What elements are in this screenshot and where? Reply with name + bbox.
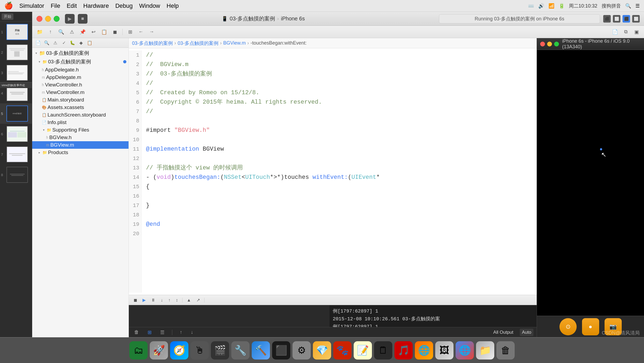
breadcrumb-4[interactable]: -touchesBegan:withEvent: [251, 40, 307, 46]
slide-item-5[interactable]: 5 view的触发 [0, 103, 32, 124]
nav-debug-btn[interactable]: 🐛 [69, 39, 76, 47]
nav-file-btn[interactable]: 📄 [34, 39, 42, 47]
dock-sublime[interactable]: 🗒 [374, 341, 392, 360]
dock-preview[interactable]: 🖼 [435, 341, 453, 360]
view-event-label[interactable]: view的触发事件处 [0, 82, 32, 88]
dock-filemanager[interactable]: 📁 [476, 341, 494, 360]
nav-breakpoint-btn[interactable]: ◆ [77, 39, 85, 47]
dock-prefs[interactable]: ⚙ [292, 341, 311, 360]
dock-chrome[interactable]: 🌐 [456, 341, 474, 360]
slide-item-7[interactable]: 7 [0, 144, 32, 165]
nav-test-btn[interactable]: ✓ [60, 39, 68, 47]
sim-maximize[interactable] [554, 42, 559, 46]
layout-toggle-2[interactable]: ⬜ [613, 15, 620, 23]
code-btn-step-in[interactable]: ↓ [159, 297, 164, 303]
menu-search[interactable]: 🔍 [625, 3, 631, 9]
nav-item-project[interactable]: 📁 03-多点触摸的案例 [32, 57, 129, 66]
menu-debug[interactable]: Debug [115, 2, 133, 9]
dock-browser[interactable]: 🌐 [415, 341, 433, 360]
breadcrumb-2[interactable]: 03-多点触摸的案例 [178, 40, 218, 46]
stop-button[interactable]: ■ [78, 14, 87, 24]
slide-item-2[interactable]: 2 [0, 42, 32, 63]
collapse-btn[interactable]: ↓ [189, 328, 195, 336]
nav-item-appdelegatem[interactable]: m AppDelegate.m [32, 74, 129, 81]
list-view-btn[interactable]: ☰ [158, 328, 167, 336]
toolbar-layout3[interactable]: ▣ [632, 28, 641, 36]
nav-item-launchscreen[interactable]: 📋 LaunchScreen.storyboard [32, 111, 129, 119]
close-button[interactable] [36, 16, 42, 22]
code-btn-share[interactable]: ↗ [195, 297, 202, 303]
dock-launchpad[interactable]: 🚀 [150, 341, 168, 360]
apple-menu[interactable]: 🍎 [4, 2, 13, 10]
dock-sketch[interactable]: 💎 [313, 341, 331, 360]
output-filter[interactable]: All Output [491, 329, 515, 336]
nav-item-bgviewh[interactable]: h BGView.h [32, 134, 129, 141]
toolbar-clipboard[interactable]: 📋 [100, 28, 108, 36]
menu-help[interactable]: Help [167, 2, 179, 9]
nav-item-mainstoryboard[interactable]: 📋 Main.storyboard [32, 96, 129, 104]
layout-toggle-1[interactable]: ⬛ [603, 15, 611, 23]
menu-ime[interactable]: 搜狗拼音 [602, 3, 621, 9]
code-btn-step-over[interactable]: ↕ [174, 297, 180, 303]
breadcrumb-3[interactable]: BGView.m [223, 40, 246, 46]
nav-item-viewcontrollerh[interactable]: h ViewController.h [32, 81, 129, 89]
nav-item-root[interactable]: 📁 03-多点触摸的案例 [32, 49, 129, 57]
slide-item-6[interactable]: 6 [0, 124, 32, 144]
maximize-button[interactable] [54, 16, 60, 22]
nav-prev[interactable]: ← [137, 28, 145, 36]
sim-record-button[interactable]: ● [582, 318, 599, 335]
code-btn-toggle[interactable]: ▲ [185, 297, 193, 303]
dock-video[interactable]: 🎬 [211, 341, 229, 360]
slide-item-3[interactable]: 3 [0, 63, 32, 83]
resize-handle[interactable] [642, 38, 644, 337]
nav-search-btn[interactable]: 🔍 [43, 39, 50, 47]
dock-safari[interactable]: 🧭 [170, 341, 188, 360]
slide-item-8[interactable]: 8 [0, 165, 32, 185]
toolbar-pin[interactable]: 📌 [78, 28, 87, 36]
nav-log-btn[interactable]: 📋 [86, 39, 93, 47]
nav-item-assets[interactable]: 🎨 Assets.xcassets [32, 104, 129, 111]
toolbar-layout1[interactable]: 📄 [611, 28, 619, 36]
toolbar-folder[interactable]: 📁 [35, 28, 44, 36]
dock-mouse[interactable]: 🖱 [191, 341, 209, 360]
sim-minimize[interactable] [547, 42, 552, 46]
slide-item-1[interactable]: 1 开始 布局 [0, 22, 32, 42]
trash-btn[interactable]: 🗑 [132, 328, 141, 336]
menu-wifi[interactable]: 📶 [548, 3, 554, 9]
menu-file[interactable]: File [51, 2, 60, 9]
sim-close[interactable] [540, 42, 545, 46]
dock-terminal[interactable]: ⬛ [272, 341, 290, 360]
expand-btn[interactable]: ↑ [178, 328, 184, 336]
minimize-button[interactable] [45, 16, 51, 22]
nav-item-bgviewm[interactable]: m BGView.m [32, 141, 129, 149]
menu-edit[interactable]: Edit [67, 2, 77, 9]
toolbar-up[interactable]: ↑ [46, 28, 55, 36]
dock-tools[interactable]: 🔧 [231, 341, 250, 360]
code-btn-pause[interactable]: ⏸ [149, 297, 157, 303]
menu-hardware[interactable]: Hardware [83, 2, 109, 9]
code-lines[interactable]: // // BGView.m // 03-多点触摸的案例 // // Creat… [142, 50, 537, 293]
toolbar-stop[interactable]: ◼ [111, 28, 119, 36]
code-content[interactable]: 1 2 3 4 5 6 7 8 9 10 11 12 13 14 15 16 1 [129, 48, 537, 295]
breadcrumb-1[interactable]: 03-多点触摸的案例 [132, 40, 173, 46]
run-button[interactable]: ▶ [65, 14, 75, 24]
nav-item-products[interactable]: 📁 Products [32, 149, 129, 156]
nav-item-infoplist[interactable]: 📄 Info.plist [32, 119, 129, 126]
grid-view-btn[interactable]: ⊞ [145, 328, 154, 336]
nav-item-supporting-files[interactable]: 📁 Supporting Files [32, 126, 129, 134]
simulator-screen[interactable] [537, 50, 644, 316]
code-btn-play[interactable]: ▶ [141, 297, 147, 303]
toolbar-search[interactable]: 🔍 [57, 28, 65, 36]
dock-trash[interactable]: 🗑 [496, 341, 515, 360]
toolbar-back[interactable]: ↩ [89, 28, 98, 36]
dock-finder[interactable]: 🗂 [129, 341, 148, 360]
nav-warning-btn[interactable]: ⚠ [52, 39, 59, 47]
code-btn-1[interactable]: ◼ [132, 297, 139, 303]
menu-input-source[interactable]: ⌨️ [528, 3, 534, 9]
toolbar-warning[interactable]: ⚠ [68, 28, 76, 36]
dock-notes[interactable]: 📝 [354, 341, 372, 360]
menu-battery[interactable]: 🔋 [559, 3, 565, 9]
toolbar-layout2[interactable]: ⧉ [621, 28, 630, 36]
menu-window[interactable]: Window [139, 2, 160, 9]
nav-item-appdelegateh[interactable]: h AppDelegate.h [32, 66, 129, 74]
